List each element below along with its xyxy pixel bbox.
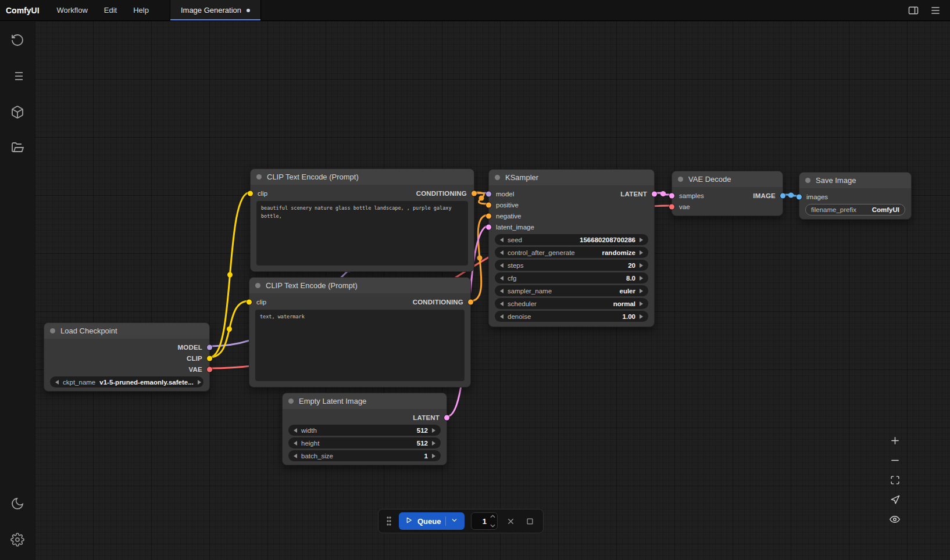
widget-height[interactable]: height 512: [288, 437, 441, 448]
port-model-output[interactable]: [207, 344, 212, 350]
node-clip-text-encode-positive[interactable]: CLIP Text Encode (Prompt) clip CONDITION…: [250, 168, 474, 272]
wire-midpoint-dot[interactable]: [660, 191, 666, 196]
increment-arrow-icon[interactable]: [640, 301, 643, 306]
collapse-dot-icon[interactable]: [50, 328, 55, 333]
node-header[interactable]: KSampler: [489, 170, 654, 185]
widget-ckpt-name[interactable]: ckpt_name v1-5-pruned-emaonly.safete...: [50, 376, 203, 387]
node-header[interactable]: Save Image: [799, 173, 911, 188]
node-header[interactable]: Empty Latent Image: [283, 393, 447, 409]
drag-handle-icon[interactable]: [385, 515, 392, 527]
stop-icon[interactable]: [523, 515, 536, 527]
decrement-arrow-icon[interactable]: [500, 263, 503, 268]
collapse-dot-icon[interactable]: [256, 174, 262, 180]
port-clip-input[interactable]: [247, 299, 252, 304]
node-graph-canvas[interactable]: Load Checkpoint MODEL CLIP VAE ckpt_name…: [35, 21, 950, 560]
decrement-arrow-icon[interactable]: [500, 314, 503, 319]
node-header[interactable]: VAE Decode: [672, 171, 783, 187]
widget-batch-size[interactable]: batch_size 1: [288, 450, 441, 461]
prompt-textarea[interactable]: text, watermark: [255, 310, 465, 381]
decrement-arrow-icon[interactable]: [294, 441, 297, 446]
clear-queue-icon[interactable]: [504, 515, 517, 527]
zoom-in-icon[interactable]: [885, 430, 905, 450]
queue-button[interactable]: Queue: [399, 512, 465, 530]
decrement-arrow-icon[interactable]: [294, 428, 297, 433]
port-clip-input[interactable]: [248, 191, 253, 196]
wire-midpoint-dot[interactable]: [788, 193, 794, 198]
menu-edit[interactable]: Edit: [96, 0, 125, 20]
port-positive-input[interactable]: [486, 202, 491, 207]
settings-icon[interactable]: [8, 530, 27, 550]
widget-denoise[interactable]: denoise 1.00: [495, 311, 648, 322]
port-vae-output[interactable]: [207, 367, 212, 372]
increment-arrow-icon[interactable]: [432, 428, 435, 433]
increment-arrow-icon[interactable]: [640, 276, 643, 281]
decrement-arrow-icon[interactable]: [500, 250, 503, 255]
port-latent-output[interactable]: [652, 191, 657, 196]
decrement-arrow-icon[interactable]: [500, 301, 503, 306]
prompt-textarea[interactable]: beautiful scenery nature glass bottle la…: [256, 201, 468, 265]
menu-help[interactable]: Help: [125, 0, 157, 20]
wire-midpoint-dot[interactable]: [477, 256, 483, 261]
port-conditioning-output[interactable]: [468, 299, 473, 304]
chevron-down-icon[interactable]: [451, 516, 458, 526]
increment-arrow-icon[interactable]: [640, 263, 643, 268]
increment-arrow-icon[interactable]: [198, 380, 201, 385]
visibility-icon[interactable]: [885, 509, 905, 529]
port-images-input[interactable]: [797, 194, 802, 199]
widget-control-after-generate[interactable]: control_after_generate randomize: [495, 247, 648, 258]
panel-toggle-icon[interactable]: [907, 4, 920, 17]
wire-midpoint-dot[interactable]: [227, 326, 232, 332]
tab-image-generation[interactable]: Image Generation: [170, 0, 261, 20]
port-clip-output[interactable]: [207, 356, 212, 361]
increment-arrow-icon[interactable]: [640, 289, 643, 293]
stepper-up-icon[interactable]: [490, 515, 495, 518]
widget-steps[interactable]: steps 20: [495, 260, 648, 271]
menu-workflow[interactable]: Workflow: [49, 0, 96, 20]
port-conditioning-output[interactable]: [472, 191, 477, 196]
wire-midpoint-dot[interactable]: [227, 272, 233, 278]
node-empty-latent-image[interactable]: Empty Latent Image LATENT width 512 heig…: [282, 393, 447, 465]
zoom-out-icon[interactable]: [885, 450, 905, 470]
collapse-dot-icon[interactable]: [255, 283, 260, 288]
queue-icon[interactable]: [8, 66, 27, 86]
menu-icon[interactable]: [929, 4, 942, 17]
increment-arrow-icon[interactable]: [640, 250, 643, 255]
widget-filename-prefix[interactable]: filename_prefix ComfyUI: [805, 204, 905, 216]
collapse-dot-icon[interactable]: [495, 175, 500, 180]
decrement-arrow-icon[interactable]: [500, 289, 503, 293]
widget-seed[interactable]: seed 156680208700286: [495, 234, 648, 245]
node-clip-text-encode-negative[interactable]: CLIP Text Encode (Prompt) clip CONDITION…: [249, 277, 471, 387]
node-header[interactable]: CLIP Text Encode (Prompt): [249, 278, 470, 293]
decrement-arrow-icon[interactable]: [500, 238, 503, 242]
decrement-arrow-icon[interactable]: [500, 276, 503, 281]
port-latent-image-input[interactable]: [486, 224, 491, 229]
node-ksampler[interactable]: KSampler model LATENT positive negative …: [488, 169, 655, 327]
collapse-dot-icon[interactable]: [288, 399, 294, 404]
widget-width[interactable]: width 512: [288, 425, 441, 436]
theme-toggle-icon[interactable]: [8, 494, 27, 514]
port-samples-input[interactable]: [669, 193, 674, 198]
increment-arrow-icon[interactable]: [432, 454, 435, 458]
wire-midpoint-dot[interactable]: [479, 196, 484, 201]
batch-count-input[interactable]: 1: [471, 512, 498, 530]
port-model-input[interactable]: [486, 191, 491, 196]
model-library-icon[interactable]: [8, 102, 27, 122]
node-header[interactable]: Load Checkpoint: [44, 323, 209, 339]
increment-arrow-icon[interactable]: [432, 441, 435, 446]
pan-mode-icon[interactable]: [885, 490, 905, 509]
widget-cfg[interactable]: cfg 8.0: [495, 272, 648, 283]
port-vae-input[interactable]: [669, 204, 674, 209]
stepper-down-icon[interactable]: [490, 524, 495, 527]
node-load-checkpoint[interactable]: Load Checkpoint MODEL CLIP VAE ckpt_name…: [44, 322, 210, 392]
port-negative-input[interactable]: [486, 213, 491, 218]
widget-sampler-name[interactable]: sampler_name euler: [495, 285, 648, 296]
app-logo[interactable]: ComfyUI: [0, 6, 49, 15]
decrement-arrow-icon[interactable]: [294, 454, 297, 458]
node-vae-decode[interactable]: VAE Decode samples IMAGE vae: [672, 171, 783, 216]
workflows-folder-icon[interactable]: [8, 138, 27, 158]
node-save-image[interactable]: Save Image images filename_prefix ComfyU…: [799, 172, 912, 220]
widget-scheduler[interactable]: scheduler normal: [495, 298, 648, 309]
collapse-dot-icon[interactable]: [678, 177, 683, 182]
port-latent-output[interactable]: [444, 415, 449, 420]
increment-arrow-icon[interactable]: [640, 314, 643, 319]
